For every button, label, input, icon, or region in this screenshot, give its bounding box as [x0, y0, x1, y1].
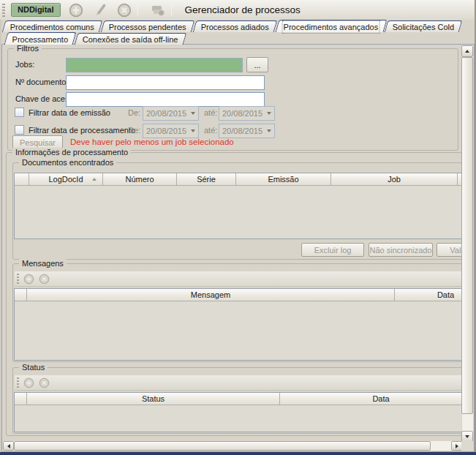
arrow-right-icon — [456, 444, 458, 448]
messages-grid-body — [15, 301, 462, 361]
column-header-numero[interactable]: Número — [103, 173, 177, 186]
to-label: até: — [204, 108, 217, 117]
messages-grid: Mensagem Data — [14, 288, 462, 361]
status-remove-button[interactable] — [39, 377, 50, 388]
cancel-button[interactable] — [116, 1, 133, 19]
from-label: De: — [128, 108, 140, 117]
filters-legend: Filtros — [14, 45, 42, 53]
column-header-logdocid[interactable]: LogDocId — [29, 173, 103, 186]
tab-processos-adiados[interactable]: Processos adiados — [192, 20, 277, 32]
column-header-job[interactable]: Job — [331, 173, 458, 186]
emission-from-combo[interactable]: 20/08/2015 — [143, 106, 199, 121]
messages-grid-header: Mensagem Data — [15, 289, 462, 301]
add-button[interactable] — [67, 1, 85, 19]
horizontal-scrollbar[interactable] — [3, 441, 462, 451]
tab-processos-pendentes[interactable]: Processos pendentes — [101, 20, 194, 32]
access-key-input[interactable] — [66, 92, 265, 107]
cancel-icon — [116, 2, 132, 18]
chevron-down-icon — [188, 112, 198, 115]
column-header-mensagem[interactable]: Mensagem — [27, 289, 395, 301]
remove-icon — [39, 377, 50, 388]
main-tabstrip: Procedimentos comuns Processos pendentes… — [4, 20, 463, 32]
processing-date-label: Filtrar data de processamento — [29, 126, 135, 135]
delete-log-button[interactable]: Excluir log — [301, 243, 364, 257]
tab-conexoes-saida-offline[interactable]: Conexões de saída off-line — [75, 33, 186, 45]
processing-from-combo[interactable]: 20/08/2015 — [143, 124, 199, 138]
tab-solicitacoes-cold[interactable]: Solicitações Cold — [385, 20, 463, 32]
column-header-data[interactable]: Data — [395, 289, 462, 301]
brand-button[interactable]: NDDigital — [11, 3, 61, 17]
not-synchronized-button[interactable]: Não sincronizado — [369, 243, 433, 257]
filters-groupbox: Filtros Jobs: ... Nº documento: Chave de… — [7, 48, 458, 151]
jobs-input[interactable] — [66, 58, 243, 72]
status-legend: Status — [19, 363, 48, 372]
toolbar-grip[interactable] — [2, 4, 5, 17]
status-groupbox: Status — [12, 367, 462, 434]
emission-date-label: Filtrar data de emissão — [29, 108, 110, 117]
column-header-serie[interactable]: Série — [177, 173, 236, 186]
column-header-emissao[interactable]: Emissão — [236, 173, 331, 186]
messages-groupbox: Mensagens — [12, 263, 462, 362]
page-title: Gerenciador de processos — [185, 4, 301, 15]
column-header-status[interactable]: Status — [27, 393, 280, 405]
window-left-edge — [0, 20, 1, 452]
row-selector-header — [15, 173, 29, 186]
scroll-up-button[interactable] — [461, 45, 473, 57]
emission-date-checkbox[interactable] — [15, 108, 24, 117]
documents-grid-header: LogDocId Número Série Emissão Job Sin — [15, 173, 462, 186]
add-icon — [68, 2, 84, 18]
emission-to-combo[interactable]: 20/08/2015 — [219, 106, 275, 121]
scroll-viewport: Filtros Jobs: ... Nº documento: Chave de… — [3, 45, 462, 443]
toolbar-grip[interactable] — [17, 274, 19, 284]
documents-grid-body — [15, 186, 462, 239]
toolbar-separator — [171, 4, 172, 16]
jobs-browse-button[interactable]: ... — [246, 57, 268, 72]
arrow-down-icon — [465, 435, 469, 438]
scroll-left-button[interactable] — [3, 441, 14, 451]
arrow-up-icon — [465, 50, 469, 53]
documents-groupbox: Documentos encontrados LogDocId Número S… — [12, 162, 462, 260]
chevron-down-icon — [188, 129, 198, 132]
status-add-button[interactable] — [23, 377, 34, 388]
messages-remove-button[interactable] — [39, 274, 50, 285]
validate-button[interactable]: Validar — [437, 243, 462, 257]
toolbar-separator — [137, 4, 138, 16]
jobs-label: Jobs: — [15, 60, 34, 69]
messages-toolbar — [15, 271, 462, 287]
pencil-icon — [92, 2, 108, 18]
arrow-left-icon — [7, 444, 10, 448]
main-toolbar: NDDigital — [0, 0, 476, 20]
from-label: De: — [128, 126, 140, 135]
edit-button[interactable] — [91, 1, 109, 19]
printer-icon — [149, 2, 167, 18]
tab-procedimentos-avancados[interactable]: Procedimentos avançados — [275, 20, 387, 32]
tab-processamento[interactable]: Processamento — [4, 32, 77, 45]
vertical-scrollbar[interactable] — [461, 45, 473, 443]
processing-to-combo[interactable]: 20/08/2015 — [219, 124, 275, 138]
processing-info-legend: Informações de processamento — [12, 148, 131, 157]
status-grid-header: Status Data — [15, 393, 462, 405]
document-number-input[interactable] — [66, 75, 265, 90]
status-grid-body — [15, 405, 462, 432]
to-label: até: — [204, 126, 217, 135]
remove-icon — [39, 274, 50, 285]
print-button[interactable] — [149, 1, 167, 19]
row-selector-header — [15, 393, 27, 405]
horizontal-scroll-thumb[interactable] — [14, 441, 431, 451]
messages-add-button[interactable] — [23, 274, 34, 285]
documents-grid: LogDocId Número Série Emissão Job Sin — [14, 173, 462, 239]
scrollbar-corner — [461, 441, 473, 451]
validation-message: Deve haver pelo menos um job selecionado — [70, 138, 234, 146]
column-header-data[interactable]: Data — [280, 393, 462, 405]
sort-ascending-icon — [92, 178, 97, 181]
tab-procedimentos-comuns[interactable]: Procedimentos comuns — [2, 20, 103, 32]
chevron-down-icon — [264, 112, 274, 115]
toolbar-grip[interactable] — [17, 377, 19, 388]
vertical-scroll-thumb[interactable] — [461, 57, 473, 414]
scroll-right-button[interactable] — [451, 441, 462, 451]
chevron-down-icon — [264, 129, 274, 132]
add-icon — [23, 377, 34, 388]
add-icon — [23, 274, 34, 285]
row-selector-header — [15, 289, 27, 301]
processing-date-checkbox[interactable] — [15, 125, 24, 135]
